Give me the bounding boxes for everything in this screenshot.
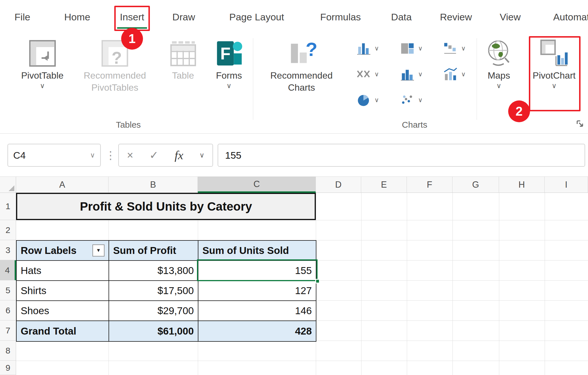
cell-a6[interactable]: Shoes [17, 301, 109, 321]
column-header-b[interactable]: B [109, 177, 198, 193]
tab-home[interactable]: Home [64, 0, 90, 34]
waterfall-chart-icon [442, 40, 459, 57]
chevron-down-icon[interactable]: ∨ [227, 81, 232, 90]
recommended-charts-button[interactable]: ? Recommended Charts [260, 37, 343, 94]
insert-histogram-chart-button[interactable]: ∨ [399, 66, 423, 83]
insert-hierarchy-chart-button[interactable]: ∨ [399, 40, 423, 57]
insert-scatter-chart-button[interactable]: ∨ [399, 92, 423, 108]
title-cell[interactable]: Profit & Sold Units by Cateory [16, 193, 316, 220]
row-header-8[interactable]: 8 [0, 341, 16, 361]
row-header-4[interactable]: 4 [0, 260, 16, 280]
column-header-e[interactable]: E [361, 177, 407, 193]
fill-handle[interactable] [315, 279, 320, 283]
svg-text:F: F [220, 44, 231, 63]
svg-text:?: ? [112, 48, 122, 67]
chevron-down-icon[interactable]: ∨ [496, 81, 502, 90]
insert-line-chart-button[interactable]: ∨ [355, 66, 379, 83]
insert-combo-chart-button[interactable]: ∨ [442, 66, 466, 83]
pivot-header-row-labels[interactable]: Row Labels ▼ [17, 241, 109, 261]
charts-dialog-launcher-icon[interactable] [576, 119, 585, 129]
maps-label: Maps [488, 69, 510, 81]
filter-dropdown-icon[interactable]: ▼ [92, 244, 105, 257]
chevron-down-icon[interactable]: ∨ [461, 44, 466, 53]
chevron-down-icon[interactable]: ∨ [40, 81, 45, 90]
row-header-1[interactable]: 1 [0, 193, 16, 220]
line-chart-icon [355, 66, 372, 83]
select-all-corner[interactable] [0, 177, 16, 193]
tab-draw[interactable]: Draw [172, 0, 195, 34]
chevron-down-icon[interactable]: ∨ [418, 70, 423, 79]
insert-pie-chart-button[interactable]: ∨ [355, 92, 379, 108]
insert-waterfall-chart-button[interactable]: ∨ [442, 40, 466, 57]
row-header-5[interactable]: 5 [0, 280, 16, 300]
tab-data[interactable]: Data [391, 0, 412, 34]
row-header-7[interactable]: 7 [0, 320, 16, 341]
recommended-pivottables-label-line2: PivotTables [91, 81, 138, 94]
chevron-down-icon[interactable]: ∨ [90, 151, 95, 160]
row-header-2[interactable]: 2 [0, 220, 16, 240]
column-chart-icon [355, 40, 372, 57]
tab-formulas[interactable]: Formulas [320, 0, 361, 34]
pivot-header-sum-of-profit[interactable]: Sum of Profit [109, 241, 198, 261]
tab-file[interactable]: File [15, 0, 30, 34]
scatter-chart-icon [399, 92, 416, 108]
annotation-step-2: 2 [508, 100, 530, 122]
formula-value: 155 [225, 150, 241, 161]
chevron-down-icon[interactable]: ∨ [374, 70, 379, 79]
cell-b5[interactable]: $17,500 [109, 281, 198, 301]
recommended-pivottables-label-line1: Recommended [84, 69, 146, 81]
column-header-a[interactable]: A [16, 177, 109, 193]
hierarchy-chart-icon [399, 40, 416, 57]
cell-b6[interactable]: $29,700 [109, 301, 198, 321]
cancel-icon[interactable]: × [127, 149, 133, 162]
chevron-down-icon[interactable]: ∨ [552, 81, 557, 90]
tab-page-layout[interactable]: Page Layout [229, 0, 284, 34]
recommended-charts-icon: ? [286, 37, 317, 69]
chevron-down-icon[interactable]: ∨ [418, 96, 423, 104]
name-box-value: C4 [13, 150, 26, 161]
chevron-down-icon[interactable]: ∨ [418, 44, 423, 53]
column-header-i[interactable]: I [545, 177, 588, 193]
column-header-h[interactable]: H [499, 177, 545, 193]
cell-c5[interactable]: 127 [198, 281, 316, 301]
maps-button[interactable]: Maps ∨ [481, 37, 517, 90]
chevron-down-icon[interactable]: ∨ [199, 151, 204, 160]
chevron-down-icon[interactable]: ∨ [374, 96, 379, 104]
forms-button[interactable]: F Forms ∨ [208, 37, 250, 90]
column-header-g[interactable]: G [452, 177, 499, 193]
table-icon [168, 37, 198, 69]
pivot-header-sum-of-units-sold[interactable]: Sum of Units Sold [198, 241, 316, 261]
ribbon-tab-bar: File Home Insert Draw Page Layout Formul… [0, 0, 588, 34]
formula-bar-separator: ⋮ [105, 144, 116, 167]
row-header-3[interactable]: 3 [0, 240, 16, 260]
tab-automate[interactable]: Automat [553, 0, 588, 34]
insert-column-chart-button[interactable]: ∨ [355, 40, 379, 57]
cell-b7-grand-total[interactable]: $61,000 [109, 321, 198, 341]
insert-function-icon[interactable]: fx [175, 148, 183, 162]
column-header-f[interactable]: F [407, 177, 452, 193]
cell-c6[interactable]: 146 [198, 301, 316, 321]
tab-review[interactable]: Review [440, 0, 472, 34]
maps-globe-icon [483, 37, 514, 69]
row-header-9[interactable]: 9 [0, 361, 16, 375]
column-header-d[interactable]: D [316, 177, 361, 193]
recommended-charts-label-line1: Recommended [270, 69, 333, 81]
formula-input[interactable]: 155 [218, 144, 585, 167]
pivotchart-button[interactable]: PivotChart ∨ [530, 37, 579, 90]
cell-a7-grand-total[interactable]: Grand Total [17, 321, 109, 341]
row-header-6[interactable]: 6 [0, 300, 16, 320]
column-header-c[interactable]: C [198, 177, 316, 193]
cell-a4[interactable]: Hats [17, 261, 109, 281]
chevron-down-icon[interactable]: ∨ [374, 44, 379, 53]
table-label: Table [172, 69, 194, 81]
check-icon[interactable]: ✓ [149, 149, 158, 162]
chevron-down-icon[interactable]: ∨ [461, 70, 466, 79]
cell-b4[interactable]: $13,800 [109, 261, 198, 281]
name-box[interactable]: C4 ∨ [7, 144, 101, 167]
cell-c7-grand-total[interactable]: 428 [198, 321, 316, 341]
cell-c4[interactable]: 155 [198, 261, 316, 281]
pivottable-button[interactable]: PivotTable ∨ [16, 37, 69, 90]
svg-text:?: ? [306, 38, 317, 60]
cell-a5[interactable]: Shirts [17, 281, 109, 301]
tab-view[interactable]: View [500, 0, 521, 34]
